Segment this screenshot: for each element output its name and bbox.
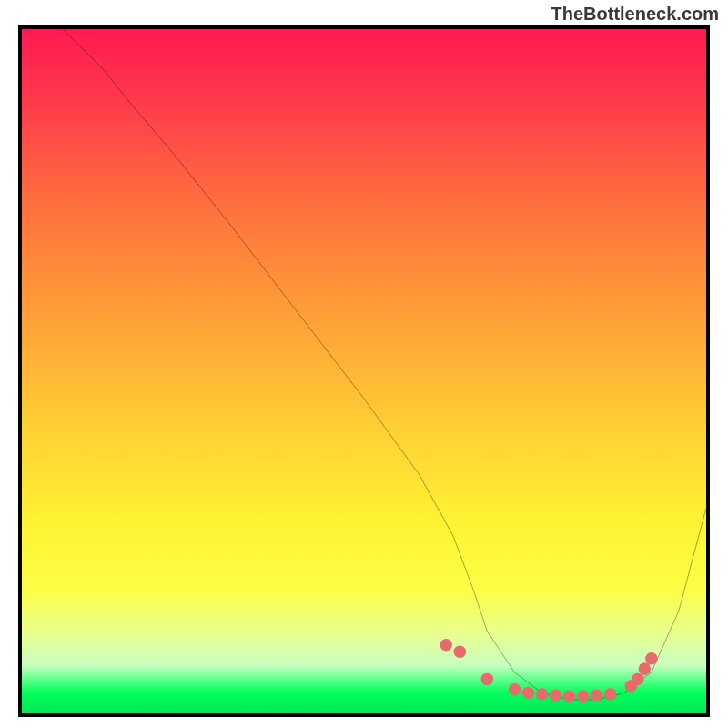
chart-svg [22,29,706,713]
dot-marker [563,690,576,703]
curve-line [63,29,706,700]
dot-marker [645,652,658,665]
dot-marker [550,690,562,703]
dot-marker [522,687,535,700]
dot-marker [591,690,603,703]
dot-marker [454,646,467,659]
chart-container: TheBottleneck.com [0,0,728,728]
dot-marker [509,683,521,696]
dot-marker [577,690,590,703]
dot-marker [639,662,652,675]
dot-markers [440,639,657,703]
dot-marker [440,639,452,652]
dot-marker [604,688,617,701]
watermark-text: TheBottleneck.com [551,4,719,25]
dot-marker [481,673,494,686]
dot-marker [536,688,549,701]
plot-frame [18,25,710,717]
curve-path [63,29,706,700]
dot-marker [632,673,644,686]
